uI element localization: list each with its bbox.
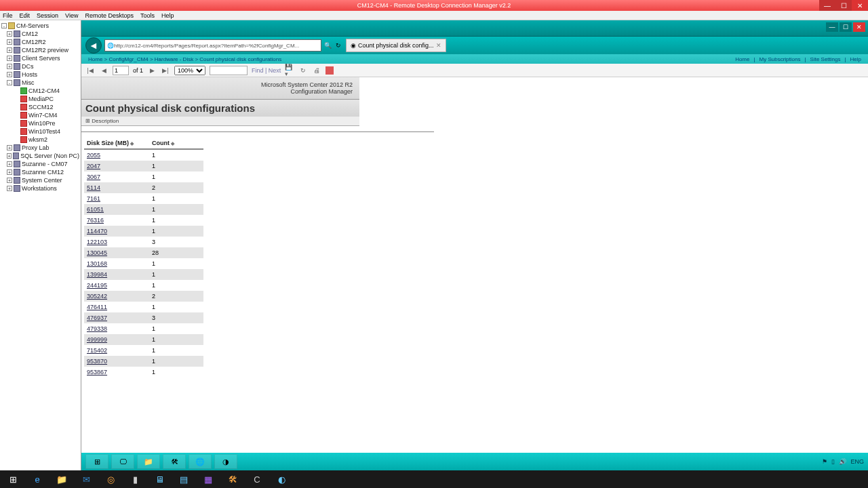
header-link-help[interactable]: Help <box>850 56 861 62</box>
expand-icon[interactable]: + <box>7 64 12 69</box>
tray-flag-icon[interactable]: ⚑ <box>822 458 827 465</box>
remote-task-explorer-icon[interactable]: 📁 <box>137 454 160 469</box>
col-header-count[interactable]: Count◆ <box>149 138 203 149</box>
server-tree[interactable]: -CM-Servers +CM12+CM12R2+CM12R2 preview+… <box>0 20 81 470</box>
refresh-icon[interactable]: ↻ <box>334 41 343 50</box>
tree-item[interactable]: CM12-CM4 <box>12 87 79 95</box>
disk-size-cell[interactable]: 476411 <box>84 302 149 312</box>
disk-size-cell[interactable]: 114470 <box>84 226 149 237</box>
disk-size-cell[interactable]: 76316 <box>84 215 149 226</box>
host-task-explorer-icon[interactable]: 📁 <box>50 471 73 487</box>
tree-root[interactable]: CM-Servers <box>16 22 49 30</box>
remote-task-server-icon[interactable]: 🖵 <box>111 454 134 469</box>
host-task-app2-icon[interactable]: ▤ <box>172 471 195 487</box>
tray-lang[interactable]: ENG <box>850 458 864 465</box>
disk-size-cell[interactable]: 479338 <box>84 323 149 334</box>
tree-item[interactable]: +Proxy Lab <box>7 144 79 152</box>
menu-remote-desktops[interactable]: Remote Desktops <box>85 12 134 19</box>
disk-size-cell[interactable]: 5114 <box>84 182 149 193</box>
menu-tools[interactable]: Tools <box>140 12 155 19</box>
tree-item[interactable]: wksm2 <box>12 136 79 144</box>
disk-size-cell[interactable]: 2055 <box>84 149 149 161</box>
page-number-input[interactable] <box>113 66 129 75</box>
menu-view[interactable]: View <box>65 12 78 19</box>
prev-page-button[interactable]: ◀ <box>99 66 108 75</box>
remote-task-tools-icon[interactable]: 🛠 <box>163 454 186 469</box>
disk-size-cell[interactable]: 61051 <box>84 204 149 215</box>
disk-size-cell[interactable]: 7161 <box>84 193 149 204</box>
host-task-rdp-icon[interactable]: 🖥 <box>148 471 171 487</box>
disk-size-cell[interactable]: 499999 <box>84 334 149 345</box>
browser-tab[interactable]: ◉ Count physical disk config... ✕ <box>346 39 446 52</box>
disk-size-cell[interactable]: 3067 <box>84 171 149 182</box>
address-bar[interactable]: 🌐 http://cm12-cm4/Reports/Pages/Report.a… <box>104 39 321 52</box>
remote-start-button[interactable]: ⊞ <box>85 454 108 469</box>
expand-icon[interactable]: + <box>7 178 12 183</box>
tree-item[interactable]: +CM12R2 <box>7 38 79 46</box>
col-header-disk-size[interactable]: Disk Size (MB)◆ <box>84 138 149 149</box>
remote-taskbar[interactable]: ⊞ 🖵 📁 🛠 🌐 ◑ ⚑ ▯ 🔊 ENG <box>81 453 868 470</box>
expand-icon[interactable]: - <box>1 23 7 28</box>
tree-item[interactable]: SCCM12 <box>12 103 79 111</box>
host-task-app3-icon[interactable]: ▦ <box>197 471 220 487</box>
disk-size-cell[interactable]: 244195 <box>84 280 149 291</box>
back-button[interactable]: ◄ <box>85 37 102 54</box>
expand-icon[interactable]: + <box>7 169 12 175</box>
export-icon[interactable]: 💾▾ <box>285 66 294 75</box>
tree-item[interactable]: +CM12R2 preview <box>7 46 79 54</box>
disk-size-cell[interactable]: 122103 <box>84 237 149 247</box>
maximize-button[interactable]: ☐ <box>835 0 852 11</box>
menu-file[interactable]: File <box>3 12 13 19</box>
close-button[interactable]: ✕ <box>852 0 868 11</box>
disk-size-cell[interactable]: 953867 <box>84 367 149 378</box>
remote-task-app-icon[interactable]: ◑ <box>214 454 237 469</box>
tree-item[interactable]: Win10Test4 <box>12 127 79 136</box>
disk-size-cell[interactable]: 953870 <box>84 356 149 367</box>
host-task-ie-icon[interactable]: e <box>26 471 49 487</box>
breadcrumb[interactable]: Home > ConfigMgr_CM4 > Hardware - Disk >… <box>88 56 281 62</box>
ie-minimize-button[interactable]: — <box>826 22 838 32</box>
expand-icon[interactable]: + <box>7 161 12 167</box>
refresh-report-icon[interactable]: ↻ <box>298 66 308 75</box>
expand-icon[interactable]: + <box>7 56 12 61</box>
print-icon[interactable]: 🖨 <box>312 66 321 75</box>
host-taskbar[interactable]: ⊞ e 📁 ✉ ◎ ▮ 🖥 ▤ ▦ 🛠 C ◐ <box>0 470 868 488</box>
tree-item[interactable]: +Suzanne CM12 <box>7 168 79 176</box>
host-task-terminal-icon[interactable]: ▮ <box>123 471 146 487</box>
zoom-select[interactable]: 100% <box>174 66 205 75</box>
host-task-app4-icon[interactable]: 🛠 <box>221 471 244 487</box>
tree-item[interactable]: +DCs <box>7 62 79 70</box>
tree-item[interactable]: MediaPC <box>12 95 79 103</box>
expand-icon[interactable]: + <box>7 72 12 77</box>
disk-size-cell[interactable]: 715402 <box>84 345 149 356</box>
disk-size-cell[interactable]: 139984 <box>84 269 149 280</box>
tray-network-icon[interactable]: ▯ <box>831 458 835 465</box>
tree-item[interactable]: Win10Pre <box>12 119 79 127</box>
tree-item[interactable]: +Workstations <box>7 184 79 192</box>
header-link-site-settings[interactable]: Site Settings <box>810 56 841 62</box>
find-input[interactable] <box>210 66 248 75</box>
tree-item[interactable]: Win7-CM4 <box>12 111 79 119</box>
remote-task-ie-icon[interactable]: 🌐 <box>189 454 212 469</box>
tree-item[interactable]: +Client Servers <box>7 54 79 62</box>
expand-icon[interactable]: + <box>7 153 12 159</box>
host-task-app6-icon[interactable]: ◐ <box>270 471 293 487</box>
rdcman-titlebar[interactable]: CM12-CM4 - Remote Desktop Connection Man… <box>0 0 868 11</box>
menu-help[interactable]: Help <box>161 12 174 19</box>
tree-item[interactable]: +Suzanne - CM07 <box>7 160 79 168</box>
host-task-app-icon[interactable]: ◎ <box>99 471 122 487</box>
search-icon[interactable]: 🔍 <box>323 41 332 50</box>
menu-session[interactable]: Session <box>37 12 58 19</box>
expand-icon[interactable]: + <box>7 47 12 53</box>
host-task-app5-icon[interactable]: C <box>245 471 269 487</box>
stop-icon[interactable] <box>326 66 334 75</box>
expand-icon[interactable]: + <box>7 186 12 191</box>
disk-size-cell[interactable]: 305242 <box>84 291 149 302</box>
expand-icon[interactable]: - <box>7 80 12 85</box>
tree-item[interactable]: -Misc <box>7 79 79 87</box>
disk-size-cell[interactable]: 130168 <box>84 258 149 269</box>
header-link-home[interactable]: Home <box>735 56 749 62</box>
host-task-outlook-icon[interactable]: ✉ <box>75 471 98 487</box>
tab-close-icon[interactable]: ✕ <box>436 42 441 49</box>
remote-tray[interactable]: ⚑ ▯ 🔊 ENG <box>822 458 864 465</box>
